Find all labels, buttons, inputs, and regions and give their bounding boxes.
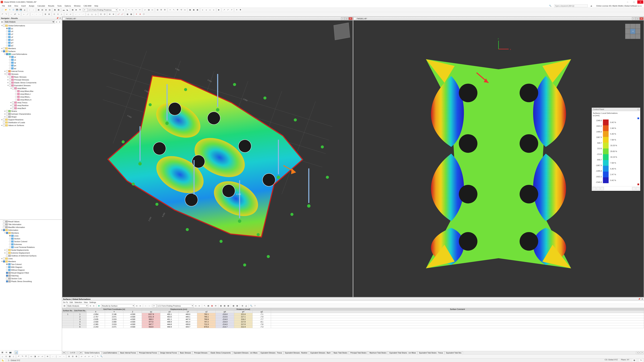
snap-b-icon[interactable]: ⊙ (56, 12, 60, 16)
window-horiz-icon[interactable]: ▤ (48, 8, 51, 11)
doc-a-icon[interactable]: ▫ (28, 8, 31, 11)
tree-node[interactable]: ▸σeqv,Bach (0, 107, 62, 110)
rb-c-icon[interactable]: ⟋ (81, 12, 85, 16)
align-c-icon[interactable]: ≡ (208, 8, 212, 11)
cp-btn-a-icon[interactable] (592, 187, 596, 190)
tree-node[interactable]: Outlines of Deformed Surfaces (0, 254, 62, 257)
node-a-icon[interactable]: ◦ (31, 12, 34, 16)
control-panel[interactable]: Control Panel▢ Surfaces | Local Deformat… (592, 108, 640, 191)
refine-icon[interactable]: ▦ (130, 12, 133, 16)
info-icon[interactable]: ⓘ (142, 12, 146, 16)
bp-print-icon[interactable]: 🖨 (244, 304, 248, 308)
tb2-ortho-icon[interactable]: ⊥ (12, 355, 15, 358)
bp-lc-prev-icon[interactable]: ◂ (194, 304, 198, 308)
window-minimize-button[interactable]: ─ (624, 0, 630, 4)
snap-a-icon[interactable]: ⊙ (52, 12, 56, 16)
bp-menu-settings[interactable]: Settings (90, 301, 96, 303)
results-table[interactable]: Surface No.Grid Point No.Grid Point Coor… (62, 308, 644, 351)
tb2-u3-icon[interactable]: ⥀ (24, 355, 28, 358)
zoom-ext-icon[interactable]: ⌖ (168, 8, 172, 11)
results-table-close-icon[interactable]: ✕ (642, 298, 643, 300)
results-tab[interactable]: Basic Stresses (178, 352, 192, 354)
save-icon[interactable]: 💾 (16, 8, 19, 11)
results-tab[interactable]: Basic Total Strains (332, 352, 349, 354)
tb2-v1-icon[interactable]: ⟋ (51, 355, 54, 358)
line-icon[interactable]: ／ (26, 12, 29, 16)
plane-a-icon[interactable]: ▱ (65, 12, 68, 16)
tree-node[interactable]: ▸Basic Stresses (0, 75, 62, 78)
tree-node[interactable]: Lines (0, 234, 62, 237)
bp-filter-b-icon[interactable]: ▦ (210, 304, 214, 308)
modules-icon[interactable]: ⊞ (156, 8, 159, 11)
viewport-right-minimize[interactable]: ─ (632, 17, 636, 20)
window-tile-icon[interactable]: ▦ (37, 8, 40, 11)
chart-a-icon[interactable]: 📈 (117, 12, 120, 16)
sel-sim-icon[interactable]: ⊡ (99, 12, 102, 16)
tree-node[interactable]: ▾Equivalent Stresses (0, 84, 62, 87)
lc-next-icon[interactable]: ▸ (122, 8, 125, 11)
del-a-icon[interactable]: ✕ (135, 12, 138, 16)
ts-next-icon[interactable]: ▸ (77, 352, 80, 354)
results-tab[interactable]: Principal Internal Forces (138, 352, 159, 354)
display-tree[interactable]: Result ValuesTitle InformationMax/Min In… (0, 220, 62, 350)
pt-icon[interactable]: • (22, 12, 26, 16)
loadcase-combo[interactable]: LC1 Form-Finding Prestress▾ (88, 8, 118, 11)
menu-tools[interactable]: Tools (56, 5, 63, 7)
del-b-icon[interactable]: ⊗ (138, 12, 142, 16)
tree-node[interactable]: uz (0, 55, 62, 58)
align-a-icon[interactable]: ≡ (201, 8, 204, 11)
tree-node[interactable]: With Diagram (0, 266, 62, 269)
viewport-right-maximize[interactable]: ▢ (636, 17, 640, 20)
sel-win-icon[interactable]: ⊡ (103, 12, 106, 16)
select-icon[interactable]: ▭ (183, 8, 186, 11)
export-a-icon[interactable]: ↗ (222, 8, 226, 11)
undo-icon[interactable]: ↶ (1, 12, 4, 16)
dim-icon[interactable]: ↔ (10, 12, 13, 16)
tree-node[interactable]: Local Torsional Rotations (0, 246, 62, 249)
redo-icon[interactable]: ↷ (4, 12, 8, 16)
lc-prev-icon[interactable]: ◂ (118, 8, 122, 11)
ts-prev-icon[interactable]: ◂ (66, 352, 68, 354)
view-c-icon[interactable]: ▣ (196, 8, 199, 11)
tree-node[interactable]: Without Diagram (0, 269, 62, 271)
orientation-cube-icon[interactable]: +Z (625, 24, 640, 39)
edge-icon[interactable]: ▭ (150, 8, 154, 11)
search-icon[interactable]: 🔍 (548, 5, 553, 7)
tb2-eye-icon[interactable]: 👁 (46, 355, 49, 358)
nav-display-icon[interactable]: 👁 (5, 351, 8, 354)
tree-node[interactable]: φy (0, 67, 62, 70)
bp-prev-icon[interactable]: ◂ (88, 304, 92, 308)
table-row[interactable]: 4-2.5002.000-4.500977.0448.9441.4747.2-2… (62, 321, 644, 323)
tb2-u2-icon[interactable]: ↷ (21, 355, 24, 358)
menu-edit[interactable]: Edit (7, 5, 12, 7)
tb2-v2-icon[interactable]: │ (55, 355, 58, 358)
tree-node[interactable]: ▸Lines (0, 257, 62, 260)
results-tab[interactable]: Equivalent Stresses - Rankine (284, 352, 309, 354)
results-tab[interactable]: Equivalent Total Stra (444, 352, 463, 354)
bp-grid-a-icon[interactable]: ▦ (219, 304, 222, 308)
table-row[interactable]: 6-2.2432.071-4.500916.9440.9434.7675.6-2… (62, 326, 644, 328)
opt-icon[interactable]: ⚙ (163, 8, 166, 11)
tb2-u1-icon[interactable]: ↶ (17, 355, 20, 358)
bp-help-icon[interactable]: ? (253, 304, 256, 308)
nav-views-icon[interactable]: 📷 (9, 351, 12, 354)
clear-icon[interactable]: ✕ (235, 8, 238, 11)
tree-node[interactable]: ▸Strains (0, 110, 62, 112)
chart-b-icon[interactable]: 📈 (120, 12, 124, 16)
nav-mode-select[interactable]: Static Analysis (4, 20, 55, 23)
results-tab[interactable]: Global Deformations (83, 352, 101, 354)
export-b-icon[interactable]: ↗ (226, 8, 230, 11)
bp-filter-a-icon[interactable]: ▦ (206, 304, 210, 308)
bp-rb-prev-icon[interactable]: ◂ (135, 304, 138, 308)
plane-b-icon[interactable]: ▱ (69, 12, 72, 16)
tree-node[interactable]: ▸σeqv,Tresca (0, 101, 62, 104)
tree-node[interactable]: σeqv,Mises,+ (0, 92, 62, 95)
vec-icon[interactable]: ↘ (17, 12, 20, 16)
menu-window[interactable]: Window (72, 5, 82, 7)
cursor-icon[interactable]: ↖ (172, 8, 176, 11)
sup-a-icon[interactable]: △ (86, 12, 90, 16)
tb2-snap-icon[interactable]: ⊙ (4, 355, 8, 358)
tree-node[interactable]: ▸Principal Stresses (0, 78, 62, 81)
sup-b-icon[interactable]: △ (90, 12, 94, 16)
nav-prev-icon[interactable]: ◂ (55, 20, 58, 24)
